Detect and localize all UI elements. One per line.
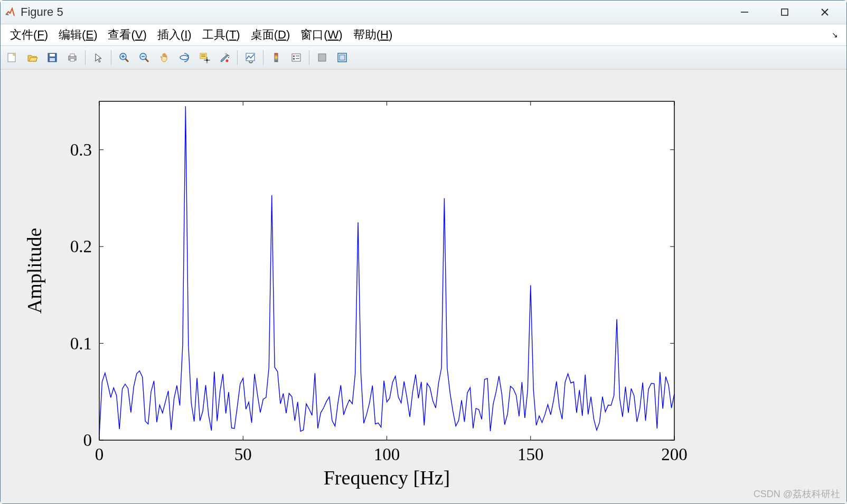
menu-tools[interactable]: 工具(T) [197,25,246,45]
svg-rect-7 [50,58,55,61]
minimize-button[interactable] [732,4,757,20]
watermark: CSDN @荔枝科研社 [754,488,840,500]
hide-tools-icon[interactable] [313,48,332,67]
pan-icon[interactable] [155,48,174,67]
x-tick-label: 200 [661,445,688,464]
svg-point-18 [180,55,189,60]
svg-rect-10 [70,59,74,61]
toolbar-separator [111,50,111,65]
colorbar-icon[interactable] [267,48,286,67]
svg-rect-36 [340,55,345,60]
print-icon[interactable] [63,48,82,67]
toolbar-separator [85,50,86,65]
y-tick-label: 0 [83,431,92,450]
legend-icon[interactable] [287,48,306,67]
figure-window: Figure 5 文件(F) 编辑(E) 查看(V) 插入(I) 工具(T) 桌… [0,0,847,504]
new-figure-icon[interactable] [3,48,22,67]
toolbar-separator [309,50,309,65]
rotate3d-icon[interactable] [175,48,194,67]
toolbar-separator [263,50,263,65]
svg-rect-37 [99,101,674,440]
menu-window[interactable]: 窗口(W) [295,25,347,45]
svg-rect-28 [275,53,278,62]
save-icon[interactable] [43,48,62,67]
brush-icon[interactable] [215,48,234,67]
menubar: 文件(F) 编辑(E) 查看(V) 插入(I) 工具(T) 桌面(D) 窗口(W… [1,24,846,46]
pointer-icon[interactable] [89,48,108,67]
svg-rect-9 [70,54,74,56]
window-buttons [732,4,837,20]
svg-line-16 [145,59,148,62]
matlab-app-icon [4,6,16,18]
menu-view[interactable]: 查看(V) [102,25,152,45]
x-axis-label: Frequency [Hz] [324,467,450,489]
svg-line-12 [125,59,128,62]
menu-edit[interactable]: 编辑(E) [53,25,102,45]
menu-desktop[interactable]: 桌面(D) [246,25,296,45]
chart[interactable]: 05010015020000.10.20.3Frequency [Hz]Ampl… [1,70,846,503]
toolbar [1,46,846,70]
data-cursor-icon[interactable] [195,48,214,67]
y-tick-label: 0.1 [70,334,92,353]
window-title: Figure 5 [21,5,63,19]
x-tick-label: 100 [374,445,400,464]
menu-collapse-icon[interactable]: ↘ [827,28,842,41]
dock-icon[interactable] [333,48,352,67]
svg-rect-30 [293,55,295,57]
maximize-button[interactable] [773,4,797,20]
zoom-in-icon[interactable] [115,48,134,67]
y-axis-label: Amplitude [23,228,45,314]
svg-rect-19 [200,53,206,59]
x-tick-label: 0 [95,445,104,464]
open-icon[interactable] [23,48,42,67]
menu-file[interactable]: 文件(F) [5,25,53,45]
close-button[interactable] [813,4,837,20]
y-tick-label: 0.2 [70,237,92,256]
svg-rect-6 [50,54,55,56]
x-tick-label: 50 [234,445,252,464]
toolbar-separator [237,50,238,65]
svg-rect-29 [292,54,300,61]
y-tick-label: 0.3 [70,140,92,159]
svg-point-25 [226,60,229,62]
plot-area: 05010015020000.10.20.3Frequency [Hz]Ampl… [1,70,846,503]
zoom-out-icon[interactable] [135,48,154,67]
svg-rect-32 [293,58,295,60]
svg-rect-34 [318,54,326,61]
link-plot-icon[interactable] [241,48,260,67]
x-tick-label: 150 [517,445,544,464]
svg-rect-1 [782,9,788,15]
svg-marker-26 [228,56,229,58]
menu-help[interactable]: 帮助(H) [348,25,398,45]
menu-insert[interactable]: 插入(I) [152,25,197,45]
titlebar[interactable]: Figure 5 [1,1,846,24]
